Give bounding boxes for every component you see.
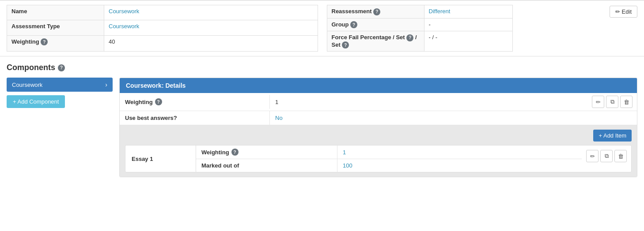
item-actions-essay1: ✏ ⧉ 🗑	[582, 145, 631, 172]
force-fail-help-icon1[interactable]: ?	[406, 34, 413, 41]
assessment-type-label: Assessment Type	[7, 20, 104, 35]
top-info-section: Name Coursework Assessment Type Coursewo…	[0, 0, 644, 56]
add-component-button[interactable]: + Add Component	[7, 95, 65, 108]
assessment-type-value: Coursework	[104, 20, 318, 35]
weighting-copy-button[interactable]: ⧉	[606, 96, 618, 108]
name-value: Coursework	[104, 5, 318, 20]
detail-row-best-answers: Use best answers? No	[120, 111, 637, 125]
detail-weighting-label: Weighting ?	[120, 95, 270, 109]
components-section: Components ? Coursework › + Add Componen…	[0, 56, 644, 184]
item-edit-button[interactable]: ✏	[586, 150, 599, 162]
chevron-right-icon: ›	[105, 81, 107, 88]
item-marked-row: Marked out of 100	[196, 159, 582, 172]
reassessment-row: Reassessment ? Different	[327, 5, 512, 19]
reassessment-help-icon[interactable]: ?	[373, 8, 380, 15]
assessment-type-row: Assessment Type Coursework	[7, 20, 318, 35]
weighting-row: Weighting ? 40	[7, 35, 318, 51]
force-fail-label: Force Fail Percentage / Set ? / Set ?	[327, 31, 424, 52]
components-help-icon[interactable]: ?	[58, 64, 65, 71]
group-label: Group ?	[327, 18, 424, 31]
detail-weighting-value: 1	[270, 95, 587, 109]
item-weighting-row: Weighting ? 1	[196, 145, 582, 159]
right-panel: Coursework: Details Weighting ? 1 ✏ ⧉	[119, 78, 637, 177]
details-panel: Coursework: Details Weighting ? 1 ✏ ⧉	[119, 78, 637, 177]
right-info: Reassessment ? Different Group ? -	[327, 5, 603, 52]
name-label: Name	[7, 5, 104, 20]
item-copy-button[interactable]: ⧉	[600, 150, 613, 162]
item-name-essay1: Essay 1	[125, 145, 196, 172]
detail-weighting-help-icon[interactable]: ?	[155, 98, 162, 105]
component-item-label: Coursework	[12, 82, 42, 88]
right-section: Reassessment ? Different Group ? -	[327, 5, 638, 52]
edit-button-wrap: ✏ Edit	[610, 5, 637, 52]
right-info-table: Reassessment ? Different Group ? -	[327, 5, 513, 52]
item-marked-value: 100	[337, 159, 582, 172]
item-weighting-value: 1	[337, 146, 582, 159]
item-fields-essay1: Weighting ? 1 Marked out of 100	[196, 145, 582, 172]
components-title: Components ?	[7, 63, 637, 72]
group-value: -	[424, 18, 512, 31]
force-fail-help-icon2[interactable]: ?	[342, 41, 349, 48]
items-header: + Add Item	[125, 130, 632, 142]
weighting-delete-button[interactable]: 🗑	[620, 96, 633, 108]
reassessment-value: Different	[424, 5, 512, 19]
detail-weighting-actions: ✏ ⧉ 🗑	[587, 93, 637, 111]
force-fail-value: - / -	[424, 31, 512, 52]
detail-row-weighting: Weighting ? 1 ✏ ⧉ 🗑	[120, 93, 637, 111]
add-item-button[interactable]: + Add Item	[593, 130, 632, 142]
left-panel: Coursework › + Add Component	[7, 78, 113, 108]
group-row: Group ? -	[327, 18, 512, 31]
components-heading: Components	[7, 63, 55, 72]
detail-best-answers-value: No	[270, 111, 637, 125]
components-layout: Coursework › + Add Component Coursework:…	[7, 78, 637, 177]
item-marked-label: Marked out of	[196, 159, 337, 172]
detail-best-answers-label: Use best answers?	[120, 111, 270, 125]
weighting-value: 40	[104, 35, 318, 51]
weighting-edit-button[interactable]: ✏	[592, 96, 604, 108]
component-item-coursework[interactable]: Coursework ›	[7, 78, 113, 92]
details-body: Weighting ? 1 ✏ ⧉ 🗑 Use best ans	[120, 93, 637, 125]
force-fail-row: Force Fail Percentage / Set ? / Set ? - …	[327, 31, 512, 52]
reassessment-label: Reassessment ?	[327, 5, 424, 19]
item-weighting-label: Weighting ?	[196, 145, 337, 159]
item-weighting-help-icon[interactable]: ?	[231, 149, 239, 156]
item-delete-button[interactable]: 🗑	[614, 150, 627, 162]
name-row: Name Coursework	[7, 5, 318, 20]
items-section: + Add Item Essay 1 Weighting ?	[120, 125, 637, 177]
details-header: Coursework: Details	[120, 78, 637, 93]
weighting-label: Weighting ?	[7, 35, 104, 51]
left-info-table: Name Coursework Assessment Type Coursewo…	[7, 5, 318, 52]
weighting-help-icon[interactable]: ?	[41, 38, 48, 45]
edit-button[interactable]: ✏ Edit	[610, 6, 637, 18]
group-help-icon[interactable]: ?	[350, 21, 357, 28]
item-card-essay1: Essay 1 Weighting ? 1	[125, 145, 632, 172]
